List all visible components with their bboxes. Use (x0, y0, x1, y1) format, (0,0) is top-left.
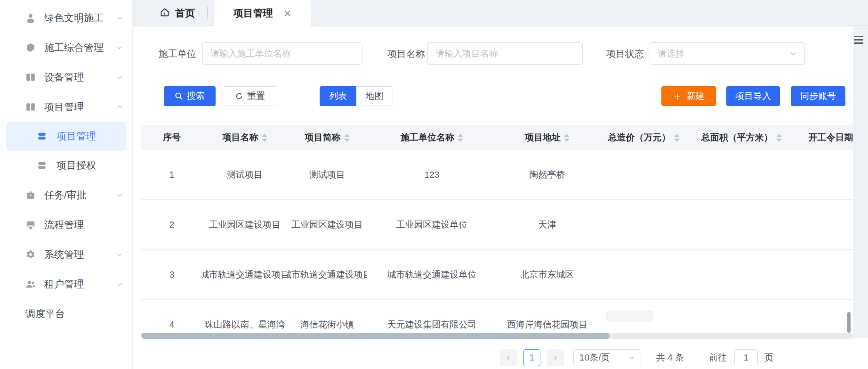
cube-icon (25, 42, 36, 53)
reset-button[interactable]: 重置 (223, 86, 277, 106)
sidebar-item-4[interactable]: 项目管理 (6, 122, 126, 151)
import-button[interactable]: 项目导入 (726, 86, 780, 106)
project-name-input[interactable] (427, 42, 583, 65)
sort-carets-icon[interactable] (262, 134, 267, 142)
gear-icon (25, 249, 36, 260)
tab-project-management[interactable]: 项目管理 ✕ (214, 0, 311, 26)
sidebar-item-6[interactable]: 任务/审批 (0, 180, 132, 210)
cell-text: 北京市东城区 (521, 269, 574, 281)
next-page-button[interactable]: › (547, 349, 564, 366)
cell-text: 工业园区建设项目 (209, 219, 281, 231)
goto-suffix: 页 (764, 349, 773, 366)
column-header-0: 序号 (141, 125, 202, 150)
column-header-2[interactable]: 项目简称 (287, 125, 367, 150)
column-header-label: 项目简称 (305, 131, 341, 144)
table-row[interactable]: 3城市轨道交通建设项目城市轨道交通建设项目城市轨道交通建设单位北京市东城区 (141, 250, 853, 300)
sidebar-item-2[interactable]: 设备管理 (0, 62, 132, 92)
cell-text: 4 (169, 320, 175, 330)
main-content: 施工单位 项目名称 项目状态 请选择 搜索 重置 列表 地图 ＋ 新建 项目导入 (133, 26, 868, 369)
sidebar-item-0[interactable]: 绿色文明施工 (0, 3, 132, 33)
sidebar-item-9[interactable]: 租户管理 (0, 269, 132, 299)
hamburger-menu-icon[interactable] (854, 36, 863, 44)
page-size-select[interactable]: 10条/页 (573, 349, 641, 366)
view-list-button[interactable]: 列表 (320, 86, 356, 106)
column-header-6[interactable]: 总面积（平方米） (690, 125, 793, 150)
sort-carets-icon[interactable] (564, 134, 570, 142)
sidebar-item-7[interactable]: 流程管理 (0, 210, 132, 239)
table-cell: 测试项目 (202, 150, 287, 199)
chevron-down-icon (116, 44, 123, 51)
sort-carets-icon[interactable] (458, 134, 463, 142)
table-cell: 123 (367, 150, 497, 199)
vertical-scrollbar-thumb[interactable] (847, 312, 851, 333)
table-cell: 城市轨道交通建设单位 (367, 250, 497, 299)
briefcase-icon (25, 190, 36, 200)
create-button[interactable]: ＋ 新建 (661, 86, 716, 106)
table-cell (793, 200, 853, 249)
tab-home-label: 首页 (175, 7, 195, 20)
column-header-label: 开工令日期 (809, 131, 853, 144)
sidebar-item-5[interactable]: 项目授权 (6, 151, 126, 180)
sidebar-item-3[interactable]: 项目管理 (0, 92, 132, 122)
cell-text: 城市轨道交通建设单位 (387, 269, 477, 281)
table-cell: 4 (141, 300, 202, 333)
table-row[interactable]: 2工业园区建设项目工业园区建设项目工业园区建设单位天津 (141, 200, 853, 250)
chevron-right-icon: › (554, 352, 557, 364)
prev-page-button[interactable]: ‹ (500, 349, 517, 366)
filter-label-status: 项目状态 (606, 48, 644, 59)
sort-carets-icon[interactable] (674, 134, 680, 142)
search-button[interactable]: 搜索 (164, 86, 216, 106)
sync-account-button[interactable]: 同步账号 (791, 86, 845, 106)
column-header-4[interactable]: 项目地址 (497, 125, 598, 150)
sort-carets-icon[interactable] (776, 134, 782, 142)
column-header-5[interactable]: 总造价（万元） (598, 125, 690, 150)
table-cell: 工业园区建设项目 (202, 200, 287, 249)
sidebar-item-8[interactable]: 系统管理 (0, 239, 132, 269)
cell-text: 珠山路以南、星海湾 (205, 319, 285, 331)
cell-text: 123 (425, 170, 440, 180)
unit-input[interactable] (202, 42, 362, 65)
chevron-down-icon (116, 192, 123, 198)
sidebar-item-10[interactable]: 调度平台 (0, 299, 132, 328)
cell-text: 工业园区建设项目 (291, 219, 363, 231)
table-cell: 2 (141, 200, 202, 249)
sidebar-item-label: 项目管理 (44, 100, 84, 114)
sidebar-item-label: 调度平台 (25, 307, 65, 320)
status-select-placeholder: 请选择 (658, 48, 789, 60)
column-header-1[interactable]: 项目名称 (202, 125, 287, 150)
monitor-icon (25, 220, 36, 230)
table-cell: 3 (141, 250, 202, 299)
sort-carets-icon[interactable] (344, 134, 350, 142)
table-cell: 测试项目 (287, 150, 367, 199)
refresh-icon (235, 92, 243, 100)
table-row[interactable]: 4珠山路以南、星海湾海信花街小镇天元建设集团有限公司西海岸海信花园项目 (141, 300, 853, 333)
table-cell (598, 200, 690, 249)
table-row[interactable]: 1测试项目测试项目123陶然亭桥 (141, 150, 853, 200)
horizontal-scrollbar[interactable] (141, 333, 853, 339)
sidebar-item-label: 租户管理 (44, 278, 84, 291)
sidebar-item-1[interactable]: 施工综合管理 (0, 33, 132, 62)
import-button-label: 项目导入 (735, 90, 771, 102)
column-header-label: 项目名称 (223, 131, 258, 144)
sidebar-item-label: 项目授权 (56, 159, 96, 172)
page-size-value: 10条/页 (579, 352, 628, 364)
table-cell (690, 200, 793, 249)
column-header-label: 施工单位名称 (401, 131, 454, 144)
table-cell (598, 150, 690, 199)
column-header-label: 序号 (163, 131, 181, 144)
view-map-button[interactable]: 地图 (356, 86, 393, 106)
filter-label-project-name: 项目名称 (387, 48, 425, 59)
sidebar-item-label: 绿色文明施工 (44, 11, 104, 25)
tab-home[interactable]: 首页 (159, 0, 195, 26)
table-cell: 天津 (497, 200, 598, 249)
close-icon[interactable]: ✕ (283, 8, 292, 18)
page-number-1[interactable]: 1 (523, 349, 540, 366)
app-root: 绿色文明施工施工综合管理设备管理项目管理项目管理项目授权任务/审批流程管理系统管… (0, 0, 868, 369)
cell-text: 1 (169, 170, 175, 180)
status-select[interactable]: 请选择 (650, 42, 805, 65)
horizontal-scrollbar-thumb[interactable] (141, 333, 610, 339)
column-header-3[interactable]: 施工单位名称 (367, 125, 497, 150)
goto-page-input[interactable] (734, 349, 758, 366)
chevron-down-icon (116, 74, 123, 81)
sidebar-item-label: 施工综合管理 (44, 41, 104, 54)
